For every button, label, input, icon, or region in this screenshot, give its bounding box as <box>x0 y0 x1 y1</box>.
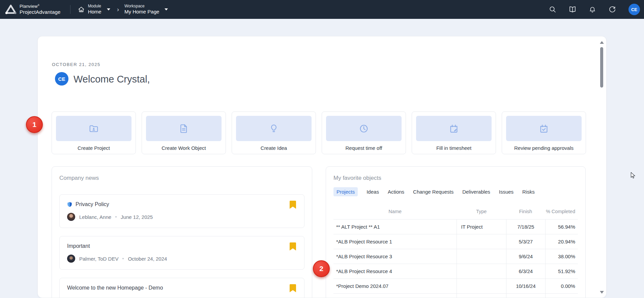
greeting-avatar: CE <box>55 72 68 86</box>
bookmark-icon[interactable] <box>290 242 296 251</box>
column-header-finish[interactable]: Finish <box>506 204 545 219</box>
dot-separator <box>122 258 124 259</box>
workspace-label: Workspace <box>124 4 159 9</box>
quick-action-request-time-off[interactable]: Request time off <box>322 111 406 154</box>
planview-logo[interactable]: Planview® ProjectAdvantage <box>5 4 61 15</box>
cell-name[interactable]: *ALB Project Resource 1 <box>333 234 457 249</box>
news-item-privacy-policy[interactable]: Privacy Policy Leblanc, Anne June 12, 20… <box>59 194 304 228</box>
quick-action-tile <box>326 116 402 141</box>
clock-icon <box>359 124 369 134</box>
company-news-panel: Company news Privacy Policy Leblanc, Ann… <box>52 166 312 298</box>
cell-name[interactable]: *ALB Project Resource 4 <box>333 264 457 278</box>
quick-action-fill-in-timesheet[interactable]: Fill in timesheet <box>412 111 496 154</box>
column-header-type[interactable]: Type <box>457 204 506 219</box>
news-date: June 12, 2025 <box>121 214 153 220</box>
table-row[interactable]: ** ALT Project ** A1 IT Project 7/18/25 … <box>333 219 578 234</box>
vertical-scrollbar[interactable] <box>599 36 604 298</box>
table-row[interactable]: *ALB Project Resource 4 6/3/24 51.92% <box>333 264 578 278</box>
cell-name[interactable]: Agile 02 <box>333 294 457 298</box>
quick-actions-row: Create Project Create Work Object Create… <box>52 111 586 154</box>
tab-deliverables[interactable]: Deliverables <box>462 187 490 196</box>
favorite-objects-panel: My favorite objects Projects Ideas Actio… <box>326 166 586 298</box>
cell-name[interactable]: *Project Demo 2024.07 <box>333 279 457 293</box>
notifications-button[interactable] <box>589 6 596 13</box>
news-title: Welcome to the new Homepage - Demo <box>67 285 297 291</box>
module-caret-icon[interactable] <box>107 8 110 10</box>
tab-change-requests[interactable]: Change Requests <box>413 187 453 196</box>
scrollbar-up-arrow-icon[interactable] <box>600 41 604 44</box>
quick-action-label: Create Work Object <box>146 145 222 151</box>
cell-type <box>457 234 506 249</box>
document-icon <box>179 124 189 134</box>
greeting-text: Welcome Crystal, <box>74 74 150 85</box>
annotation-circle-1: 1 <box>26 116 43 133</box>
user-avatar[interactable]: CE <box>628 4 640 15</box>
cell-type <box>457 264 506 278</box>
dot-separator <box>115 216 117 218</box>
tab-ideas[interactable]: Ideas <box>367 187 379 196</box>
tab-risks[interactable]: Risks <box>522 187 535 196</box>
favorite-objects-title: My favorite objects <box>333 175 578 181</box>
refresh-button[interactable] <box>609 6 616 13</box>
cell-completed: 20.94% <box>545 234 578 249</box>
scrollbar-thumb[interactable] <box>600 47 603 88</box>
scrollbar-down-arrow-icon[interactable] <box>600 291 604 294</box>
cell-name[interactable]: *ALB Project Resource 3 <box>333 249 457 264</box>
table-row[interactable]: *Project Demo 2024.07 10/16/24 0.00% <box>333 278 578 293</box>
cell-finish: 7/18/25 <box>506 220 545 234</box>
search-button[interactable] <box>549 6 556 13</box>
quick-action-review-pending-approvals[interactable]: Review pending approvals <box>502 111 586 154</box>
topbar-divider <box>70 5 70 14</box>
column-header-completed[interactable]: % Completed <box>545 204 578 219</box>
documentation-button[interactable] <box>569 6 576 13</box>
quick-action-create-idea[interactable]: Create Idea <box>232 111 316 154</box>
quick-action-tile <box>416 116 492 141</box>
quick-action-tile <box>506 116 582 141</box>
table-header-row: Name Type Finish % Completed <box>333 204 578 219</box>
bell-icon <box>589 6 596 13</box>
lightbulb-icon <box>269 124 279 134</box>
home-icon <box>78 6 85 13</box>
cell-completed: 0.00% <box>545 279 578 293</box>
tab-issues[interactable]: Issues <box>499 187 514 196</box>
bookmark-icon[interactable] <box>290 284 296 292</box>
cell-finish: 6/3/24 <box>506 264 545 278</box>
workspace-value: My Home Page <box>124 9 159 15</box>
breadcrumb-chevron-icon: › <box>117 6 119 13</box>
news-meta: Leblanc, Anne June 12, 2025 <box>67 213 297 221</box>
quick-action-label: Request time off <box>326 145 402 151</box>
author-name: Leblanc, Anne <box>79 214 111 220</box>
quick-action-create-project[interactable]: Create Project <box>52 111 136 154</box>
tab-actions[interactable]: Actions <box>388 187 404 196</box>
search-icon <box>549 6 556 13</box>
news-title: Privacy Policy <box>67 201 297 207</box>
quick-action-create-work-object[interactable]: Create Work Object <box>142 111 226 154</box>
table-row[interactable]: *ALB Project Resource 3 9/6/24 38.00% <box>333 249 578 264</box>
mouse-cursor-icon <box>629 172 637 179</box>
quick-action-label: Review pending approvals <box>506 145 582 151</box>
cell-finish: 8/2/24 <box>506 294 545 298</box>
news-item-welcome-homepage[interactable]: Welcome to the new Homepage - Demo <box>59 278 304 298</box>
table-row[interactable]: Agile 02 Project 1 8/2/24 10.13% <box>333 293 578 298</box>
module-selector[interactable]: Module Home <box>78 4 110 15</box>
author-avatar <box>67 213 75 221</box>
author-name: Palmer, ToD DEV <box>79 256 118 262</box>
annotation-circle-2: 2 <box>313 260 330 277</box>
book-icon <box>569 6 576 13</box>
quick-action-tile <box>56 116 131 141</box>
cell-name[interactable]: ** ALT Project ** A1 <box>333 220 457 234</box>
cell-type <box>457 279 506 293</box>
workspace-selector[interactable]: Workspace My Home Page <box>124 4 168 15</box>
workspace-caret-icon[interactable] <box>165 8 168 10</box>
author-avatar <box>67 255 75 263</box>
news-meta: Palmer, ToD DEV October 24, 2024 <box>67 255 297 263</box>
news-item-important[interactable]: Important Palmer, ToD DEV October 24, 20… <box>59 236 304 270</box>
home-page-content: OCTOBER 21, 2025 CE Welcome Crystal, Cre… <box>37 36 607 298</box>
tab-projects[interactable]: Projects <box>333 187 358 196</box>
module-label: Module <box>88 4 101 9</box>
table-row[interactable]: *ALB Project Resource 1 5/3/27 20.94% <box>333 234 578 249</box>
bookmark-icon[interactable] <box>290 201 296 209</box>
column-header-name[interactable]: Name <box>333 204 457 219</box>
quick-action-label: Create Idea <box>236 145 312 151</box>
quick-action-tile <box>146 116 222 141</box>
